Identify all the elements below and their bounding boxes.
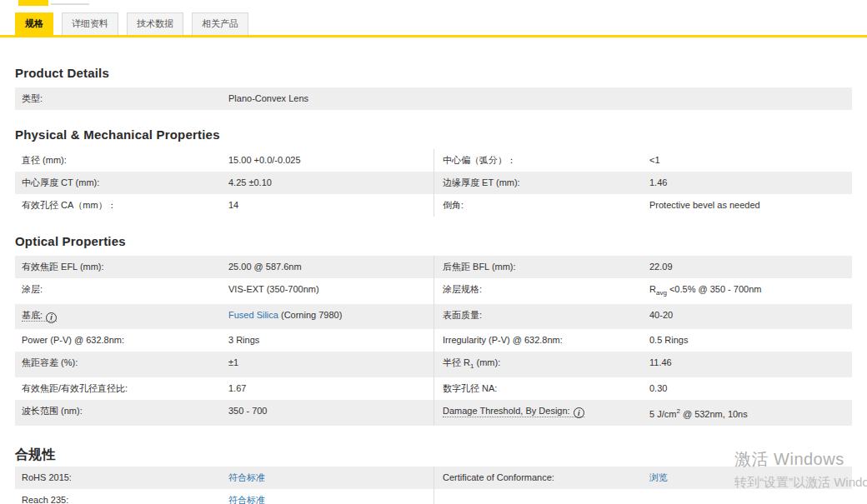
section-title-product-details: Product Details	[15, 66, 852, 80]
spec-value-centration: <1	[649, 155, 845, 166]
table-row: 直径 (mm): 15.00 +0.0/-0.025 中心偏（弧分）： <1	[15, 149, 852, 172]
spec-value-rohs: 符合标准	[228, 472, 427, 483]
spec-label-surface-quality: 表面质量:	[443, 310, 649, 323]
fused-silica-link[interactable]: Fused Silica	[228, 310, 278, 320]
spec-label-rohs: RoHS 2015:	[22, 472, 228, 483]
spec-label-coc: Certificate of Conformance:	[443, 472, 649, 483]
rohs-compliant-link[interactable]: 符合标准	[228, 472, 265, 482]
spec-value-irregularity: 0.5 Rings	[649, 335, 845, 346]
info-icon[interactable]: i	[46, 312, 57, 323]
table-row: 有效焦距 EFL (mm): 25.00 @ 587.6nm 后焦距 BFL (…	[15, 256, 852, 278]
table-row: 有效孔径 CA（mm）： 14 倒角: Protective bevel as …	[15, 194, 852, 217]
spec-label-coating-spec: 涂层规格:	[443, 284, 649, 298]
table-row: 有效焦距/有效孔径直径比: 1.67 数字孔径 NA: 0.30	[15, 377, 852, 400]
spec-value-coating: VIS-EXT (350-700nm)	[228, 284, 427, 298]
spec-value-clear-aperture: 14	[228, 200, 427, 211]
spec-value-surface-quality: 40-20	[649, 310, 845, 323]
spec-label-bfl: 后焦距 BFL (mm):	[443, 262, 649, 272]
spec-page: 规格 详细资料 技术数据 相关产品 Product Details 类型: Pl…	[0, 0, 867, 504]
table-row: 焦距容差 (%): ±1 半径 R1 (mm): 11.46	[15, 352, 852, 377]
table-row: 中心厚度 CT (mm): 4.25 ±0.10 边缘厚度 ET (mm): 1…	[15, 172, 852, 194]
spec-value-type: Plano-Convex Lens	[228, 93, 845, 104]
tab-specs[interactable]: 规格	[15, 12, 53, 35]
spec-label-clear-aperture: 有效孔径 CA（mm）：	[22, 200, 228, 211]
spec-label-irregularity: Irregularity (P-V) @ 632.8nm:	[443, 335, 649, 346]
reach-compliant-link[interactable]: 符合标准	[228, 495, 265, 504]
spec-label-centration: 中心偏（弧分）：	[443, 155, 649, 166]
spec-value-coating-spec: Ravg <0.5% @ 350 - 700nm	[649, 284, 845, 298]
spec-content: Product Details 类型: Plano-Convex Lens Ph…	[0, 66, 867, 504]
spec-value-edge-thickness: 1.46	[649, 177, 845, 188]
section-title-compliance: 合规性	[15, 447, 852, 462]
coc-view-link[interactable]: 浏览	[649, 472, 668, 482]
spec-value-na: 0.30	[649, 383, 845, 394]
spec-label-substrate: 基底:i	[22, 310, 228, 323]
spec-label-diameter: 直径 (mm):	[22, 155, 228, 166]
spec-label-power: Power (P-V) @ 632.8nm:	[22, 335, 228, 346]
spec-label-damage-threshold: Damage Threshold, By Design:i	[443, 406, 649, 420]
spec-value-diameter: 15.00 +0.0/-0.025	[228, 155, 427, 166]
spec-value-efl: 25.00 @ 587.6nm	[228, 262, 427, 272]
spec-value-damage-threshold: 5 J/cm2 @ 532nm, 10ns	[649, 406, 845, 420]
tab-technical-data[interactable]: 技术数据	[127, 12, 183, 35]
spec-value-bfl: 22.09	[649, 262, 845, 272]
cutoff-yellow-fragment	[18, 0, 48, 6]
table-row: 波长范围 (nm): 350 - 700 Damage Threshold, B…	[15, 400, 852, 426]
spec-label-center-thickness: 中心厚度 CT (mm):	[22, 177, 228, 188]
table-row: 基底:i Fused Silica (Corning 7980) 表面质量: 4…	[15, 304, 852, 329]
table-row: RoHS 2015: 符合标准 Certificate of Conforman…	[15, 467, 852, 489]
table-row: 涂层: VIS-EXT (350-700nm) 涂层规格: Ravg <0.5%…	[15, 278, 852, 304]
spec-value-bevel: Protective bevel as needed	[649, 200, 845, 211]
spec-label-wavelength-range: 波长范围 (nm):	[22, 406, 228, 420]
spec-value-f-number: 1.67	[228, 383, 427, 394]
spec-label-radius-r1: 半径 R1 (mm):	[443, 357, 649, 372]
tab-related-products[interactable]: 相关产品	[192, 12, 248, 35]
table-row: 类型: Plano-Convex Lens	[15, 87, 852, 110]
spec-tabbar: 规格 详细资料 技术数据 相关产品	[0, 0, 867, 35]
spec-label-type: 类型:	[22, 93, 228, 104]
tab-details[interactable]: 详细资料	[62, 12, 118, 35]
spec-value-radius-r1: 11.46	[649, 357, 845, 372]
spec-value-coc: 浏览	[649, 472, 845, 483]
section-title-physical: Physical & Mechanical Properties	[15, 127, 852, 142]
spec-value-power: 3 Rings	[228, 335, 427, 346]
spec-label-edge-thickness: 边缘厚度 ET (mm):	[443, 177, 649, 188]
table-row: Reach 235: 符合标准	[15, 489, 852, 504]
spec-value-wavelength-range: 350 - 700	[228, 406, 427, 420]
spec-value-center-thickness: 4.25 ±0.10	[228, 177, 427, 188]
section-title-optical: Optical Properties	[15, 234, 852, 248]
info-icon[interactable]: i	[574, 407, 584, 418]
table-row: Power (P-V) @ 632.8nm: 3 Rings Irregular…	[15, 329, 852, 352]
spec-label-bevel: 倒角:	[443, 200, 649, 211]
tab-underline-bar	[0, 35, 867, 37]
spec-value-fl-tolerance: ±1	[228, 357, 427, 372]
spec-label-reach: Reach 235:	[22, 495, 228, 504]
spec-label-f-number: 有效焦距/有效孔径直径比:	[22, 383, 228, 394]
cutoff-gray-fragment	[51, 3, 89, 5]
spec-label-efl: 有效焦距 EFL (mm):	[22, 262, 228, 272]
spec-label-fl-tolerance: 焦距容差 (%):	[22, 357, 228, 372]
spec-value-substrate: Fused Silica (Corning 7980)	[228, 310, 427, 323]
spec-label-na: 数字孔径 NA:	[443, 383, 649, 394]
spec-label-coating: 涂层:	[22, 284, 228, 298]
spec-value-reach: 符合标准	[228, 495, 427, 504]
